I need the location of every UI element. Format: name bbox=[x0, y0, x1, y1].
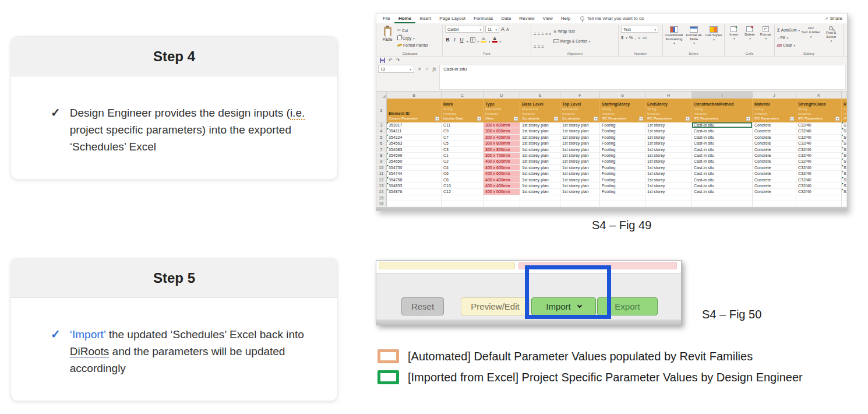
increase-indent-icon[interactable] bbox=[549, 27, 551, 38]
cell-material[interactable]: Concrete bbox=[753, 177, 796, 183]
cell-partial[interactable]: S bbox=[842, 183, 847, 189]
column-header-top-level[interactable]: Top LevelElementIdInstanceConstraints bbox=[560, 99, 600, 122]
cell-end-storey[interactable]: 1st storey bbox=[645, 135, 692, 141]
cell-material[interactable]: Concrete bbox=[753, 153, 796, 159]
cell-element-id[interactable]: 354659 bbox=[387, 159, 442, 164]
column-header-type[interactable]: TypeElementIdInstanceOther bbox=[484, 99, 520, 122]
name-box[interactable]: I3 bbox=[378, 65, 414, 73]
cell-type[interactable]: 300 x 600mm bbox=[484, 122, 520, 128]
align-bottom-icon[interactable] bbox=[541, 27, 544, 38]
align-right-icon[interactable] bbox=[541, 40, 544, 51]
ribbon-tab[interactable]: Data bbox=[497, 13, 515, 23]
cell-partial[interactable]: S bbox=[842, 171, 847, 177]
number-format-select[interactable]: Text bbox=[621, 26, 658, 33]
row-number[interactable]: 4 bbox=[376, 128, 387, 134]
row-number[interactable]: 3 bbox=[376, 122, 387, 128]
cell-mark[interactable]: C1 bbox=[442, 153, 484, 159]
cell-mark[interactable]: C3 bbox=[442, 147, 484, 153]
cell-element-id[interactable]: 354744 bbox=[387, 171, 442, 177]
cell-material[interactable]: Concrete bbox=[753, 135, 796, 141]
cell-material[interactable]: Concrete bbox=[753, 165, 796, 171]
paste-button[interactable]: Paste bbox=[380, 26, 395, 49]
ribbon-tab[interactable]: Help bbox=[557, 13, 574, 23]
italic-button[interactable]: I bbox=[452, 37, 457, 43]
copy-button[interactable]: Copy bbox=[397, 34, 428, 42]
cell-strength-class[interactable]: C32/40 bbox=[796, 141, 842, 146]
column-header-strength-class[interactable]: StrengthClassStringInstanceIFC Parameter… bbox=[796, 99, 842, 122]
column-letter[interactable] bbox=[842, 92, 847, 99]
cell-strength-class[interactable]: C32/40 bbox=[796, 128, 842, 134]
enter-icon[interactable]: ✓ bbox=[425, 66, 429, 72]
preview-edit-button[interactable]: Preview/Edit bbox=[461, 297, 530, 315]
cell-type[interactable]: 400 x 600mm bbox=[484, 189, 520, 195]
filter-icon[interactable] bbox=[835, 117, 839, 121]
cell-material[interactable]: Concrete bbox=[753, 141, 796, 146]
cell-starting-storey[interactable]: Footing bbox=[600, 135, 645, 141]
cell-mark[interactable]: C11 bbox=[442, 122, 484, 128]
cell-construction-method[interactable]: Cast-in situ bbox=[692, 177, 753, 183]
cell-top-level[interactable]: 1st storey plan bbox=[560, 165, 600, 171]
cell-top-level[interactable]: 1st storey plan bbox=[560, 159, 600, 164]
cell-partial[interactable]: S bbox=[842, 141, 847, 146]
cell-mark[interactable]: C10 bbox=[442, 183, 484, 189]
column-header-end-storey[interactable]: EndStoreyStringInstanceIFC Parameters bbox=[645, 99, 692, 122]
cell-construction-method[interactable]: Cast-in situ bbox=[692, 141, 753, 146]
column-letter[interactable]: J bbox=[753, 92, 796, 99]
find-select-button[interactable]: Find & Select bbox=[821, 26, 841, 49]
autosum-button[interactable]: ΣAutoSum bbox=[777, 26, 800, 34]
cell-styles-button[interactable]: Cell Styles bbox=[705, 26, 722, 49]
column-letter[interactable]: H bbox=[645, 92, 692, 99]
cell-construction-method[interactable]: Cast-in situ bbox=[692, 171, 753, 177]
filter-icon[interactable] bbox=[746, 117, 750, 121]
cell-end-storey[interactable]: 1st storey bbox=[645, 153, 692, 159]
row-number[interactable]: 9 bbox=[376, 159, 387, 164]
filter-icon[interactable] bbox=[514, 117, 518, 121]
cell-material[interactable]: Concrete bbox=[753, 122, 796, 128]
column-letter[interactable]: K bbox=[796, 92, 842, 99]
cell-type[interactable]: 400 x 600mm bbox=[484, 159, 520, 164]
column-header-partial[interactable]: RSInIF bbox=[842, 99, 847, 122]
row-number[interactable]: 11 bbox=[376, 171, 387, 177]
cell-starting-storey[interactable]: Footing bbox=[600, 159, 645, 164]
cell-end-storey[interactable]: 1st storey bbox=[645, 165, 692, 171]
cell-element-id[interactable]: 354730 bbox=[387, 165, 442, 171]
column-header-element-id[interactable]: Element IDCustom Parameter bbox=[387, 99, 442, 122]
merge-center-button[interactable]: Merge & Center bbox=[553, 37, 590, 45]
cell-construction-method[interactable]: Cast-in situ bbox=[692, 165, 753, 171]
cell-construction-method[interactable]: Cast-in situ bbox=[692, 135, 753, 141]
cell-base-level[interactable]: 1st storey plan bbox=[520, 159, 560, 164]
cell-partial[interactable]: S bbox=[842, 135, 847, 141]
fx-icon[interactable]: fx bbox=[432, 66, 436, 72]
redo-icon[interactable] bbox=[396, 58, 400, 63]
cell-construction-method[interactable]: Cast-in situ bbox=[692, 153, 753, 159]
filter-icon[interactable] bbox=[686, 117, 690, 121]
cell-construction-method[interactable]: Cast-in situ bbox=[692, 122, 753, 128]
cell-mark[interactable]: C7 bbox=[442, 135, 484, 141]
cell-base-level[interactable]: 1st storey plan bbox=[520, 171, 560, 177]
column-letter[interactable]: G bbox=[600, 92, 645, 99]
cell-strength-class[interactable]: C32/40 bbox=[796, 159, 842, 164]
reset-button[interactable]: Reset bbox=[401, 297, 444, 315]
cell-type[interactable]: 400 x 600mm bbox=[484, 165, 520, 171]
cell-top-level[interactable]: 1st storey plan bbox=[560, 171, 600, 177]
cell-starting-storey[interactable]: Footing bbox=[600, 122, 645, 128]
cell-top-level[interactable]: 1st storey plan bbox=[560, 128, 600, 134]
row-number[interactable]: 13 bbox=[376, 183, 387, 189]
cell-base-level[interactable]: 1st storey plan bbox=[520, 122, 560, 128]
row-number[interactable]: 10 bbox=[376, 165, 387, 171]
conditional-formatting-button[interactable]: Conditional Formatting bbox=[665, 26, 683, 49]
cell-strength-class[interactable]: C32/40 bbox=[796, 183, 842, 189]
grow-font-button[interactable]: A bbox=[501, 26, 504, 32]
cell-top-level[interactable]: 1st storey plan bbox=[560, 177, 600, 183]
cell-strength-class[interactable]: C32/40 bbox=[796, 165, 842, 171]
delete-cells-button[interactable]: Delete bbox=[743, 26, 756, 49]
cell-material[interactable]: Concrete bbox=[753, 183, 796, 189]
cell-mark[interactable]: C8 bbox=[442, 177, 484, 183]
comma-button[interactable]: , bbox=[634, 35, 636, 40]
column-letter[interactable]: E bbox=[520, 92, 560, 99]
formula-bar[interactable]: Cast-in situ bbox=[439, 65, 846, 90]
format-cells-button[interactable]: Format bbox=[759, 26, 772, 49]
ribbon-tab[interactable]: Home bbox=[394, 13, 415, 23]
font-size-select[interactable]: 11 bbox=[485, 26, 499, 33]
decrease-decimal-icon[interactable] bbox=[642, 35, 647, 40]
